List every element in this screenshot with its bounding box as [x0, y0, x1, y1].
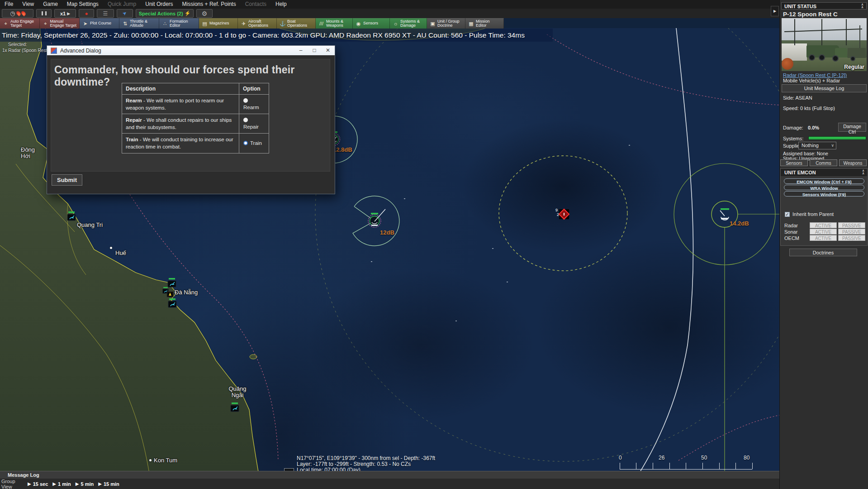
group-view-label[interactable]: Group View [0, 479, 23, 489]
mounts-weapons-button[interactable]: ///Mounts &Weapons [316, 18, 353, 29]
inherit-from-parent-checkbox[interactable]: ✓ [785, 212, 790, 217]
sonar-passive-button[interactable]: PASSIVE [838, 229, 865, 235]
contact-icon-hostile[interactable] [559, 209, 569, 219]
table-row: Repair - We shall conduct repairs to our… [122, 114, 269, 134]
sonar-active-button[interactable]: ACTIVE [810, 229, 837, 235]
damage-label: Damage: [783, 125, 803, 130]
column-header-option: Option [239, 83, 269, 95]
scenario-time-button[interactable]: ◷ [2, 9, 33, 18]
auto-engage-target-button[interactable]: ⌖Auto EngageTarget [0, 18, 40, 29]
city-label-quang-ngai: Quảng Ngãi [225, 386, 250, 398]
aircraft-icon: ✈ [241, 21, 247, 27]
unit-message-log-button[interactable]: Unit Message Log [782, 84, 867, 92]
maximize-button[interactable]: □ [308, 46, 321, 55]
unit-emcon-header[interactable]: UNIT EMCON ∧∧ [781, 169, 867, 176]
contact-label: 9 [555, 208, 558, 212]
manual-engage-target-button[interactable]: ⌖ManualEngage Target [40, 18, 80, 29]
systems-label: Systems: [783, 136, 803, 141]
time-step-button-5min[interactable]: 5 min [81, 481, 94, 487]
throttle-icon: ⇅ [122, 21, 128, 27]
mission-editor-button[interactable]: ▦MissionEditor [465, 18, 504, 29]
menu-item-view[interactable]: View [18, 0, 38, 9]
minimize-button[interactable]: – [294, 46, 308, 55]
layers-button[interactable]: ☰ [97, 9, 114, 18]
unit-icon-radar-b[interactable] [368, 209, 385, 227]
sensor-range-label-2: 12dB [380, 229, 394, 236]
time-step-button-15min[interactable]: 15 min [104, 481, 119, 487]
unit-icon-installation[interactable] [167, 292, 173, 297]
unit-icon-facility-quang-ngai[interactable] [231, 403, 239, 412]
tab-weapons[interactable]: Weapons [839, 159, 867, 166]
emcon-row-sonar-label: Sonar [784, 229, 797, 235]
systems-damage-button[interactable]: ☼Systems &Damage [390, 18, 427, 29]
radar-active-button[interactable]: ACTIVE [810, 222, 837, 228]
unit-status-header[interactable]: UNIT STATUS ∧∧ [781, 2, 867, 10]
proficiency-badge: Regular [844, 64, 864, 70]
oecm-passive-button[interactable]: PASSIVE [838, 235, 865, 241]
sidebar-collapse-button[interactable]: ▶ [771, 6, 779, 16]
formation-editor-button[interactable]: ∴FormationEditor [159, 18, 199, 29]
menu-item-quick-jump: Quick Jump [103, 0, 141, 9]
tab-comms[interactable]: Comms [810, 159, 837, 166]
unit-icon-facility-da-nang-2[interactable] [168, 298, 176, 307]
unit-class-link[interactable]: Radar (Spoon Rest C [P-12]) [783, 72, 847, 78]
magazines-button[interactable]: ▤Magazines [199, 18, 238, 29]
supplies-dropdown[interactable]: Nothing ∨ [798, 142, 836, 149]
menu-item-file[interactable]: File [0, 0, 18, 9]
ribbon-toolbar: ⌖Auto EngageTarget ⌖ManualEngage Target … [0, 18, 504, 29]
time-step-button-15sec[interactable]: 15 sec [33, 481, 48, 487]
menu-item-help[interactable]: Help [271, 0, 291, 9]
emcon-window-button[interactable]: EMCON Window (Ctrl + F9) [784, 178, 864, 184]
app-icon [51, 48, 57, 54]
radio-train[interactable] [243, 141, 248, 145]
unit-group-doctrine-button[interactable]: ▣Unit / GroupDoctrine [427, 18, 465, 29]
doctrines-button[interactable]: Doctrines [789, 249, 857, 256]
special-actions-button[interactable]: Special Actions (2) ⚡ [136, 9, 194, 18]
plot-course-button[interactable]: ➤Plot Course [80, 18, 119, 29]
aircraft-operations-button[interactable]: ✈AircraftOperations [238, 18, 277, 29]
damage-ctrl-button[interactable]: Damage Ctrl [838, 123, 866, 132]
sensors-window-button[interactable]: Sensors Window (F9) [784, 191, 864, 197]
message-log-bar[interactable]: Message Log [0, 471, 779, 479]
column-header-description: Description [122, 83, 239, 95]
city-label-kon-tum: Kon Tum [154, 457, 177, 464]
close-button[interactable]: ✕ [321, 46, 335, 55]
boat-operations-button[interactable]: ⚓BoatOperations [277, 18, 316, 29]
sensor-boundary-line [725, 214, 779, 489]
settings-gear-button[interactable]: ⚙ [196, 9, 213, 18]
oecm-active-button[interactable]: ACTIVE [810, 235, 837, 241]
dialog-title-bar[interactable]: Advanced Dialog – □ ✕ [47, 46, 335, 55]
time-multiplier-button[interactable]: x1 ▶ [54, 9, 76, 18]
play-icon: ▶ [52, 481, 56, 486]
record-button[interactable]: ● [79, 9, 94, 18]
gear-icon: ⚙ [202, 10, 208, 17]
city-dot [110, 247, 112, 249]
tab-sensors[interactable]: Sensors [780, 159, 808, 166]
menu-item-unit-orders[interactable]: Unit Orders [141, 0, 177, 9]
menu-item-game[interactable]: Game [38, 0, 62, 9]
unit-icon-facility-quang-tri[interactable] [67, 211, 76, 221]
throttle-altitude-button[interactable]: ⇅Throttle &Altitude [119, 18, 159, 29]
clock-icon: ◷ [10, 10, 15, 16]
menu-item-missions-ref-points[interactable]: Missions + Ref. Points [178, 0, 241, 9]
mounts-icon: /// [318, 21, 324, 26]
radio-repair[interactable] [243, 118, 248, 122]
time-step-button-1min[interactable]: 1 min [58, 481, 71, 487]
pointer-button[interactable]: ➤ [117, 9, 133, 18]
radio-rearm[interactable] [243, 98, 248, 103]
pointer-icon: ➤ [121, 10, 128, 17]
pause-button[interactable] [36, 9, 52, 18]
submit-button[interactable]: Submit [52, 174, 82, 186]
menu-item-map-settings[interactable]: Map Settings [62, 0, 103, 9]
minor-contacts [371, 145, 630, 321]
radar-passive-button[interactable]: PASSIVE [838, 222, 865, 228]
unit-icon-radar-c[interactable] [720, 208, 729, 220]
range-ring [629, 28, 693, 489]
unit-emcon-panel: UNIT EMCON ∧∧ EMCON Window (Ctrl + F9) W… [780, 168, 868, 246]
dialog-content-panel: Commander, how should our forces spend t… [51, 59, 330, 172]
wra-window-button[interactable]: WRA Window [784, 185, 864, 190]
city-dot [149, 459, 152, 461]
menu-bar: File View Game Map Settings Quick Jump U… [0, 0, 868, 9]
sensors-button[interactable]: ◉Sensors [353, 18, 390, 29]
unit-icon-facility-da-nang-1[interactable] [168, 278, 176, 287]
